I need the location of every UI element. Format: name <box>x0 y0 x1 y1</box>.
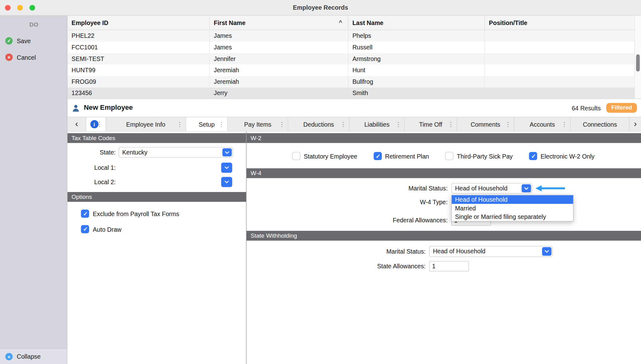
checkbox-third-party-sick-pay[interactable] <box>445 152 454 160</box>
checkbox-auto-draw[interactable] <box>81 225 89 233</box>
section-header-state-withholding: State Withholding <box>247 231 641 240</box>
tab-record-info[interactable]: i ⋮ <box>86 117 106 131</box>
save-label: Save <box>17 38 31 44</box>
column-header-first-name[interactable]: First Name ^ <box>210 16 348 30</box>
table-row[interactable]: HUNT99 Jeremiah Hunt <box>68 64 641 76</box>
tab-content: Tax Table Codes State: Kentucky Local 1:… <box>68 132 641 364</box>
minimize-button[interactable] <box>17 5 23 11</box>
person-icon <box>72 104 80 112</box>
checkbox-exclude-payroll-tax-forms[interactable] <box>81 210 89 218</box>
tab-employee-info[interactable]: Employee Info ⋮ <box>106 117 186 131</box>
ellipsis-icon: ⋮ <box>561 121 567 127</box>
local1-dropdown-button[interactable] <box>221 163 232 173</box>
sidebar-header: DO <box>29 21 38 28</box>
menu-item-single-or-married-filing-separately[interactable]: Single or Married filing separately <box>452 212 573 221</box>
chevron-down-icon[interactable] <box>542 247 551 255</box>
collapse-button[interactable]: « Collapse <box>0 348 67 364</box>
annotation-arrow-icon <box>536 185 565 193</box>
w4-marital-status-combobox[interactable]: Head of Household <box>451 183 532 194</box>
save-button[interactable]: ✓ Save <box>5 36 31 45</box>
option-exclude-payroll-tax-forms: Exclude from Payroll Tax Forms <box>81 209 179 218</box>
local2-label: Local 2: <box>68 177 116 187</box>
tab-bar: ‹ i ⋮ Employee Info ⋮ Setup ⋮ Pay Items … <box>68 117 641 132</box>
app-window: Employee Records DO ✓ Save × Cancel « Co… <box>0 0 641 364</box>
scrollbar-thumb[interactable] <box>636 54 640 72</box>
w4-type-label: W-4 Type: <box>247 198 448 206</box>
left-panel: Tax Table Codes State: Kentucky Local 1:… <box>68 132 246 364</box>
main-area: Employee ID First Name ^ Last Name Posit… <box>68 16 641 364</box>
collapse-label: Collapse <box>17 353 41 360</box>
table-row[interactable]: FCC1001 James Russell <box>68 42 641 53</box>
marital-status-dropdown-menu: Head of Household Married Single or Marr… <box>451 195 574 221</box>
tab-time-off[interactable]: Time Off ⋮ <box>405 117 457 131</box>
table-row[interactable]: 123456 Jerry Smith <box>68 88 641 99</box>
state-marital-status-label: Marital Status: <box>247 246 426 257</box>
ellipsis-icon: ⋮ <box>177 121 183 127</box>
tab-deductions[interactable]: Deductions ⋮ <box>288 117 350 131</box>
menu-item-married[interactable]: Married <box>452 204 573 212</box>
federal-allowances-label: Federal Allowances: <box>247 215 448 225</box>
state-label: State: <box>68 147 116 158</box>
title-bar: Employee Records <box>0 0 641 16</box>
tabs-scroll-right-button[interactable]: › <box>629 117 641 131</box>
table-row[interactable]: SEMI-TEST Jennifer Armstrong <box>68 53 641 65</box>
section-header-w2: W-2 <box>247 133 641 143</box>
chevron-down-icon[interactable] <box>223 148 232 156</box>
section-header-tax-table-codes: Tax Table Codes <box>68 133 246 143</box>
ellipsis-icon: ⋮ <box>96 121 103 127</box>
sort-ascending-icon: ^ <box>339 16 342 30</box>
table-scrollbar <box>634 16 641 99</box>
check-icon: ✓ <box>5 37 13 45</box>
checkbox-retirement-plan[interactable] <box>374 152 382 160</box>
ellipsis-icon: ⋮ <box>218 121 224 127</box>
filtered-badge[interactable]: Filtered <box>607 103 637 113</box>
state-combobox[interactable]: Kentucky <box>119 147 233 158</box>
column-header-employee-id[interactable]: Employee ID <box>68 16 210 30</box>
menu-item-head-of-household[interactable]: Head of Household <box>452 195 573 204</box>
chevron-right-icon: › <box>634 119 637 129</box>
tab-setup[interactable]: Setup ⋮ <box>186 117 228 131</box>
section-header-options: Options <box>68 192 246 202</box>
x-icon: × <box>5 53 13 61</box>
tabs-scroll-left-button[interactable]: ‹ <box>68 117 86 131</box>
window-controls <box>5 5 35 11</box>
table-header-row: Employee ID First Name ^ Last Name Posit… <box>68 16 641 30</box>
collapse-icon: « <box>5 353 13 360</box>
column-header-position-title[interactable]: Position/Title <box>485 16 641 30</box>
tab-connections[interactable]: Connections <box>571 117 629 131</box>
table-row[interactable]: PHEL22 James Phelps <box>68 30 641 42</box>
ellipsis-icon: ⋮ <box>340 121 346 127</box>
window-title: Employee Records <box>0 4 641 11</box>
section-header-w4: W-4 <box>247 168 641 178</box>
w4-marital-status-label: Marital Status: <box>247 183 448 194</box>
w2-checkbox-row: Statutory Employee Retirement Plan Third… <box>292 152 595 161</box>
state-allowances-input[interactable] <box>429 261 469 271</box>
w2-retirement-plan: Retirement Plan <box>374 152 429 160</box>
w4-marital-status-value: Head of Household <box>452 184 532 193</box>
tab-comments[interactable]: Comments ⋮ <box>457 117 514 131</box>
right-panel: W-2 Statutory Employee Retirement Plan <box>247 132 641 364</box>
tab-pay-items[interactable]: Pay Items ⋮ <box>228 117 288 131</box>
cancel-button[interactable]: × Cancel <box>5 53 36 62</box>
local2-dropdown-button[interactable] <box>221 177 232 187</box>
column-header-last-name[interactable]: Last Name <box>348 16 485 30</box>
tab-accounts[interactable]: Accounts ⋮ <box>514 117 571 131</box>
results-count: 64 Results <box>572 104 601 111</box>
checkbox-electronic-w2-only[interactable] <box>529 152 537 160</box>
employee-table: Employee ID First Name ^ Last Name Posit… <box>68 16 641 99</box>
w2-statutory-employee: Statutory Employee <box>292 152 357 160</box>
ellipsis-icon: ⋮ <box>448 121 454 127</box>
local1-label: Local 1: <box>68 163 116 173</box>
zoom-button[interactable] <box>29 5 35 11</box>
w2-third-party-sick-pay: Third-Party Sick Pay <box>445 152 513 160</box>
state-allowances-label: State Allowances: <box>247 261 426 271</box>
state-marital-status-value: Head of Household <box>430 246 552 256</box>
table-row[interactable]: FROG09 Jeremiah Bullfrog <box>68 76 641 88</box>
state-marital-status-combobox[interactable]: Head of Household <box>429 246 552 257</box>
tab-liabilities[interactable]: Liabilities ⋮ <box>350 117 405 131</box>
chevron-left-icon: ‹ <box>75 119 78 129</box>
ellipsis-icon: ⋮ <box>395 121 402 127</box>
close-button[interactable] <box>5 5 11 11</box>
chevron-down-icon[interactable] <box>522 184 531 192</box>
checkbox-statutory-employee[interactable] <box>292 152 300 160</box>
